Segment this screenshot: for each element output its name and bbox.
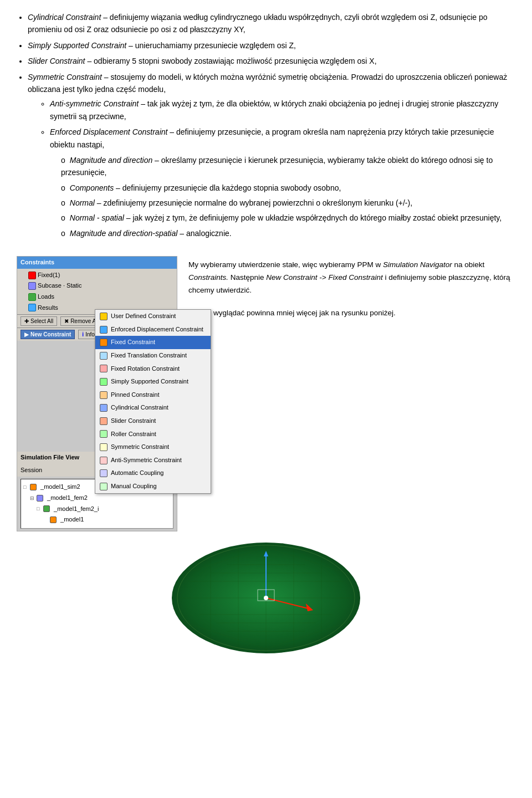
content-area: Cylindrical Constraint – definiujemy wią… <box>17 11 515 653</box>
manual-coupling-label: Manual Coupling <box>111 482 157 492</box>
expand-fem2i: □ <box>37 505 42 513</box>
subsub-components: oComponents – definiujemy przesunięcie d… <box>61 182 515 194</box>
dropdown-manual-coupling[interactable]: Manual Coupling <box>95 480 211 493</box>
sim-nav-titlebar: Constraints <box>17 257 177 269</box>
select-all-label: Select All <box>30 318 53 324</box>
model1-icon <box>50 516 57 523</box>
right-para1-cont2: Następnie <box>228 273 266 282</box>
dropdown-cylindrical[interactable]: Cylindrical Constraint <box>95 401 211 415</box>
dropdown-enforced-displacement[interactable]: Enforced Displacement Constraint <box>95 323 211 336</box>
bullet-symmetric: Symmetric Constraint – stosujemy do mode… <box>28 71 515 240</box>
term-components: Components <box>70 183 114 192</box>
text-components: – definiujemy przesunięcie dla każdego s… <box>114 183 341 192</box>
new-constraint-icon: ▶ <box>24 331 29 337</box>
term-symmetric: Symmetric Constraint <box>28 73 102 81</box>
fem2-icon <box>37 495 43 502</box>
nav-subcase-label: Subcase · Static <box>38 281 82 291</box>
svg-marker-18 <box>264 551 268 556</box>
user-defined-icon <box>100 313 108 320</box>
nav-item-loads[interactable]: Loads <box>17 291 177 303</box>
auto-coupling-label: Automatic Coupling <box>111 468 163 478</box>
info-icon: i <box>82 331 84 337</box>
slider-icon <box>100 417 108 425</box>
bottom-image-row <box>17 543 515 653</box>
antisym-icon <box>100 457 108 464</box>
term-antisym: Anti-symmetric Constraint <box>50 99 139 108</box>
remove-all-icon: ✖ <box>64 318 69 324</box>
nav-item-fixed[interactable]: Fixed(1) <box>17 270 177 281</box>
tree-node-model1-fem2[interactable]: ⊟ _model1_fem2 <box>23 493 171 504</box>
dropdown-slider[interactable]: Slider Constraint <box>95 415 211 428</box>
svg-line-14 <box>177 620 272 651</box>
dropdown-simply-supported[interactable]: Simply Supported Constraint <box>95 375 211 388</box>
text-normal-spatial: – jak wyżej z tym, że definiujemy pole w… <box>124 213 502 222</box>
right-para2-text: Całość wyglądać powinna mniej więcej jak… <box>188 309 396 317</box>
subcase-icon <box>28 282 36 290</box>
term-mag-dir-spatial: Magnitude and direction-spatial <box>70 229 178 238</box>
sub-bullet-antisymmetric: Anti-symmetric Constraint – tak jak wyże… <box>50 98 515 122</box>
main-bullet-list: Cylindrical Constraint – definiujemy wią… <box>28 11 515 239</box>
select-all-button[interactable]: ✚ Select All <box>21 316 57 326</box>
sub-bullet-list: Anti-symmetric Constraint – tak jak wyże… <box>50 98 515 151</box>
sim2-icon <box>30 484 37 490</box>
fixed-icon <box>28 272 36 279</box>
right-paragraph-1: My wybieramy utwierdzenie stałe, więc wy… <box>188 259 515 297</box>
nav-item-subcase[interactable]: Subcase · Static <box>17 280 177 291</box>
right-para1-italic: Simulation Navigator <box>383 260 452 269</box>
dropdown-fixed-constraint[interactable]: Fixed Constraint <box>95 336 211 349</box>
fem2i-label: _model1_fem2_i <box>54 504 99 514</box>
text-normal: – zdefiniujemy przesunięcie normalne do … <box>95 198 412 207</box>
fem2i-icon <box>43 505 50 512</box>
dropdown-pinned[interactable]: Pinned Constraint <box>95 388 211 402</box>
loads-icon <box>28 293 36 301</box>
simply-supported-icon <box>100 378 108 386</box>
new-constraint-button[interactable]: ▶ New Constraint <box>21 330 75 339</box>
results-icon <box>28 304 36 311</box>
term-normal: Normal <box>70 198 95 207</box>
dropdown-symmetric[interactable]: Symmetric Constraint <box>95 441 211 454</box>
user-defined-label: User Defined Constraint <box>111 311 176 321</box>
term-cylindrical: Cylindrical Constraint <box>28 13 101 22</box>
enforced-disp-label: Enforced Displacement Constraint <box>111 325 203 335</box>
pinned-label: Pinned Constraint <box>111 390 159 400</box>
dropdown-user-defined[interactable]: User Defined Constraint <box>95 310 211 323</box>
right-para1-italic2: Constraints. <box>188 273 228 282</box>
dropdown-antisymmetric[interactable]: Anti-Symmetric Constraint <box>95 454 211 467</box>
svg-point-21 <box>264 596 268 600</box>
tree-node-model1[interactable]: _model1 <box>23 514 171 525</box>
term-simply: Simply Supported Constraint <box>28 41 126 50</box>
cylindrical-label: Cylindrical Constraint <box>111 403 168 413</box>
svg-line-19 <box>266 598 310 609</box>
tree-node-model1-fem2-i[interactable]: □ _model1_fem2_i <box>23 504 171 515</box>
fem2-label: _model1_fem2 <box>47 493 88 503</box>
dropdown-auto-coupling[interactable]: Automatic Coupling <box>95 467 211 480</box>
mesh-visualization <box>172 543 360 653</box>
pinned-icon <box>100 391 108 399</box>
select-all-icon: ✚ <box>24 318 29 324</box>
auto-coupling-icon <box>100 469 108 477</box>
text-slider: – odbieramy 5 stopni swobody zostawiając… <box>85 57 377 65</box>
expand-model1 <box>43 516 49 524</box>
dropdown-fixed-rotation[interactable]: Fixed Rotation Constraint <box>95 362 211 376</box>
term-normal-spatial: Normal - spatial <box>70 213 124 222</box>
nav-fixed-label: Fixed(1) <box>38 270 60 280</box>
fixed-constraint-label: Fixed Constraint <box>111 337 155 347</box>
fixed-rot-label: Fixed Rotation Constraint <box>111 364 180 374</box>
symmetric-icon <box>100 443 108 451</box>
fixed-trans-label: Fixed Translation Constraint <box>111 351 187 361</box>
term-mag-dir: Magnitude and direction <box>70 156 152 165</box>
fixed-rot-icon <box>100 365 108 372</box>
svg-line-13 <box>177 545 272 576</box>
sim2-label: _model1_sim2 <box>40 482 80 492</box>
subsub-normal-spatial: oNormal - spatial – jak wyżej z tym, że … <box>61 212 515 224</box>
sim-nav-body: Fixed(1) Subcase · Static Loads <box>17 269 177 314</box>
dropdown-fixed-translation[interactable]: Fixed Translation Constraint <box>95 349 211 362</box>
model1-label: _model1 <box>60 515 84 525</box>
slider-label: Slider Constraint <box>111 416 156 426</box>
antisym-label: Anti-Symmetric Constraint <box>111 456 182 466</box>
right-paragraph-2: Całość wyglądać powinna mniej więcej jak… <box>188 307 515 320</box>
fixed-constraint-icon <box>100 339 108 346</box>
dropdown-roller[interactable]: Roller Constraint <box>95 428 211 441</box>
sim-nav-title-text: Constraints <box>21 259 54 265</box>
term-enforced: Enforced Displacement Constraint <box>50 127 167 136</box>
